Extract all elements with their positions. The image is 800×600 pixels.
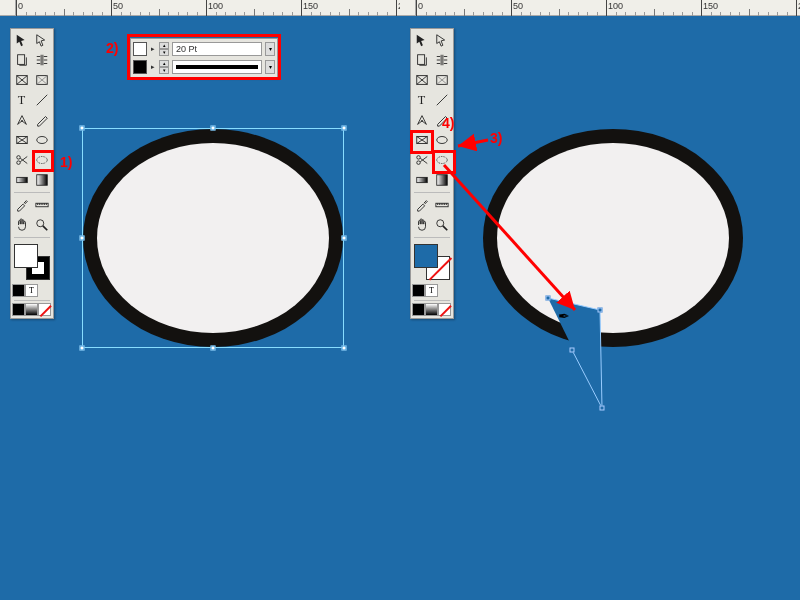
pen-tool[interactable] [412,110,432,130]
fill-color-swatch[interactable] [133,42,147,56]
stroke-color-swatch[interactable] [133,60,147,74]
panel-right: ✒ 050100150200 T [400,0,800,600]
fill-swatch-blue[interactable] [414,244,438,268]
none-mode[interactable] [38,303,51,316]
sel-handle-sw[interactable] [80,346,85,351]
pen-cursor: ✒ [558,308,570,324]
panel-left: 050100150200 T [0,0,400,600]
sel-handle-nw[interactable] [80,126,85,131]
line-tool[interactable] [432,90,452,110]
fill-swatch[interactable] [14,244,38,268]
apply-text-mode[interactable]: T [425,284,438,297]
page-tool[interactable] [412,50,432,70]
sel-handle-se[interactable] [342,346,347,351]
sel-handle-s[interactable] [211,346,216,351]
gradient-tool[interactable] [12,170,32,190]
toolbox: T T [10,28,54,319]
fill-mode-row [12,303,52,317]
anchor-2[interactable] [598,308,603,313]
rectangle-tool[interactable] [12,130,32,150]
container-mode-row: T [412,284,452,298]
text-tool[interactable]: T [412,90,432,110]
annotation-label-1: 1) [60,154,72,170]
transform-tool[interactable] [32,150,52,170]
stroke-menu-arrow[interactable]: ▸ [150,63,156,71]
svg-point-29 [417,156,421,160]
zoom-tool[interactable] [432,215,452,235]
separator-2 [412,235,452,240]
anchor-4[interactable] [570,348,575,353]
ellipse-tool[interactable] [432,130,452,150]
direct-select-tool[interactable] [432,30,452,50]
stroke-style-dropdown[interactable]: ▾ [265,60,275,74]
svg-rect-13 [17,177,28,182]
hand-tool[interactable] [12,215,32,235]
ruler-label: 150 [303,1,318,11]
svg-rect-33 [437,175,448,186]
hand-tool[interactable] [412,215,432,235]
rect-frame-tool[interactable] [12,70,32,90]
swatch-tool[interactable] [432,170,452,190]
line-tool[interactable] [32,90,52,110]
ellipse-tool[interactable] [32,130,52,150]
ruler-label: 100 [208,1,223,11]
eyedropper-tool[interactable] [412,195,432,215]
swatch-tool[interactable] [32,170,52,190]
sel-handle-e[interactable] [342,236,347,241]
svg-text:T: T [418,93,426,107]
gradient-mode[interactable] [425,303,438,316]
svg-point-9 [37,137,48,144]
pencil-tool[interactable] [32,110,52,130]
stroke-style-spinner[interactable]: ▴▾ [159,60,169,74]
scissors-tool[interactable] [12,150,32,170]
selection-tool[interactable] [12,30,32,50]
anchor-3[interactable] [600,406,605,411]
apply-color-mode[interactable] [12,284,25,297]
scissors-tool[interactable] [412,150,432,170]
rect-frame-tool[interactable] [412,70,432,90]
sel-handle-w[interactable] [80,236,85,241]
gradient-tool[interactable] [412,170,432,190]
gap-tool[interactable] [32,50,52,70]
svg-rect-0 [18,55,25,65]
fill-stroke-swatch[interactable] [12,242,52,282]
pen-tool[interactable] [12,110,32,130]
selection-bounds [82,128,344,348]
transform-tool[interactable] [432,150,452,170]
rect-frame-tool-2[interactable] [432,70,452,90]
sel-handle-ne[interactable] [342,126,347,131]
rect-frame-tool-2[interactable] [32,70,52,90]
direct-select-tool[interactable] [32,30,52,50]
gap-tool[interactable] [432,50,452,70]
anchor-1[interactable] [546,296,551,301]
svg-point-10 [17,156,21,160]
apply-text-mode[interactable]: T [25,284,38,297]
page-tool[interactable] [12,50,32,70]
ruler-horizontal-r[interactable]: 050100150200 [400,0,800,16]
solid-mode[interactable] [412,303,425,316]
toolbox-r: T T [410,28,454,319]
measure-tool[interactable] [432,195,452,215]
fill-mode-row [412,303,452,317]
selection-tool[interactable] [412,30,432,50]
svg-rect-14 [37,175,48,186]
drawn-ellipse-fill-r [497,143,729,333]
measure-tool[interactable] [32,195,52,215]
rectangle-tool[interactable] [412,130,432,150]
eyedropper-tool[interactable] [12,195,32,215]
stroke-style-preview[interactable] [172,60,262,74]
ruler-label: 100 [608,1,623,11]
none-mode[interactable] [438,303,451,316]
solid-mode[interactable] [12,303,25,316]
stroke-weight-dropdown[interactable]: ▾ [265,42,275,56]
apply-color-mode[interactable] [412,284,425,297]
stroke-weight-spinner[interactable]: ▴▾ [159,42,169,56]
text-tool[interactable]: T [12,90,32,110]
sel-handle-n[interactable] [211,126,216,131]
ruler-horizontal[interactable]: 050100150200 [0,0,400,16]
stroke-weight-value[interactable]: 20 Pt [172,42,262,56]
gradient-mode[interactable] [25,303,38,316]
zoom-tool[interactable] [32,215,52,235]
fill-stroke-swatch[interactable] [412,242,452,282]
fill-menu-arrow[interactable]: ▸ [150,45,156,53]
